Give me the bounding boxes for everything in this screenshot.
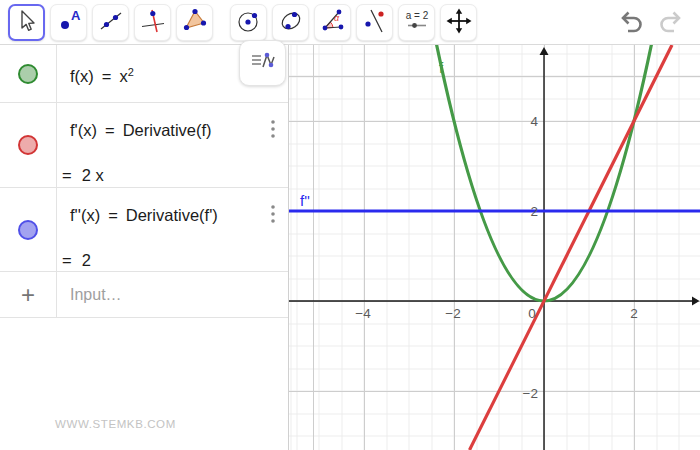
tool-reflect-button[interactable] [356,4,393,41]
redo-icon [657,22,684,37]
watermark: WWW.STEMKB.COM [55,418,176,430]
undo-icon [618,22,645,37]
tool-slider-button[interactable]: a = 2 [398,4,435,41]
tool-conic-button[interactable] [272,4,309,41]
tool-perpendicular-line-button[interactable] [134,4,171,41]
algebra-row-f[interactable]: f(x)=x2 [0,45,288,103]
kebab-menu-icon [270,127,276,142]
plus-icon: + [21,281,35,309]
redo-button[interactable] [655,7,686,39]
graphics-view[interactable]: −4 −2 0 2 4 2 −2 f f'' [289,45,700,450]
algebra-row-f-prime[interactable]: f'(x)=Derivative(f) =2 x [0,103,288,188]
slider-icon: a = 2 [404,8,430,37]
undo-redo-group [616,0,686,45]
visibility-toggle-f[interactable] [18,64,38,84]
x-tick-label: −4 [355,306,371,321]
algebra-row-f-double-prime[interactable]: f''(x)=Derivative(f') =2 [0,188,288,272]
row-menu-button-f-double-prime[interactable] [268,202,278,229]
circle-with-center-icon [236,8,262,37]
expression-f-double-prime: f''(x)=Derivative(f') [62,204,288,226]
row-menu-button-f-prime[interactable] [268,117,278,144]
value-f-prime: =2 x [62,164,288,186]
y-axis [540,47,549,450]
point-icon: A [56,8,82,37]
cursor-arrow-icon [14,8,40,37]
curve-f-prime-line[interactable] [470,45,673,450]
x-tick-label: −2 [445,306,460,321]
svg-text:A: A [71,8,81,23]
x-tick-label: 2 [630,306,638,321]
ellipse-icon [278,8,304,37]
tool-point-button[interactable]: A [50,4,87,41]
visibility-toggle-f-prime[interactable] [18,135,38,155]
y-tick-label: 4 [530,114,538,129]
x-axis [289,297,700,306]
y-tick-label: 2 [530,204,538,219]
algebra-panel: f(x)=x2 f'(x)=Derivative(f) [0,45,289,450]
tool-angle-button[interactable]: α [314,4,351,41]
tool-move-button[interactable] [8,4,45,41]
kebab-menu-icon [270,212,276,227]
symbolic-toggle-icon [248,47,278,80]
x-axis-arrow-icon [692,297,700,306]
reflect-about-line-icon [362,8,388,37]
tool-line-button[interactable] [92,4,129,41]
tool-move-graphics-button[interactable] [440,4,477,41]
expression-f: f(x)=x2 [62,60,134,87]
algebra-view-toggle-button[interactable] [239,40,286,86]
perpendicular-line-icon [140,8,166,37]
algebra-input-field[interactable] [57,272,288,317]
undo-button[interactable] [616,7,647,39]
polygon-icon [182,8,208,37]
tool-polygon-button[interactable] [176,4,213,41]
move-graphics-icon [446,8,472,37]
y-axis-arrow-icon [540,47,549,55]
angle-icon: α [320,8,346,37]
geogebra-app: A [0,0,700,450]
line-icon [98,8,124,37]
expression-f-prime: f'(x)=Derivative(f) [62,119,288,141]
svg-text:α: α [334,12,340,22]
curve-label-f-double-prime: f'' [300,192,310,209]
y-tick-label: −2 [523,386,538,401]
toolbar: A [0,0,700,45]
value-f-double-prime: =2 [62,249,288,271]
svg-text:a = 2: a = 2 [405,10,428,21]
algebra-input-row: + [0,272,288,318]
tool-circle-center-button[interactable] [230,4,267,41]
visibility-toggle-f-double-prime[interactable] [18,220,38,240]
x-tick-label: 0 [528,306,536,321]
